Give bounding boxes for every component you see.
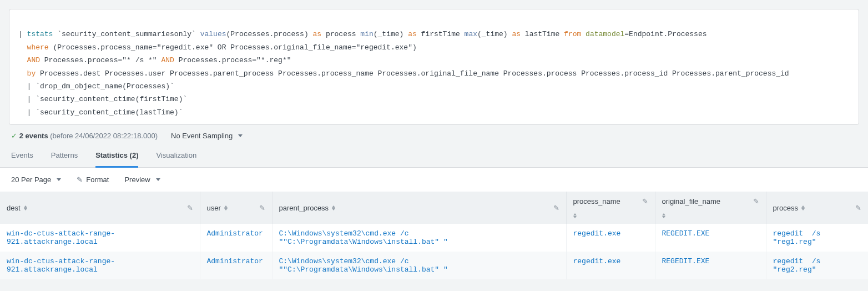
per-page-dropdown[interactable]: 20 Per Page (11, 175, 61, 184)
column-header-process[interactable]: process (766, 192, 868, 224)
per-page-label: 20 Per Page (11, 175, 51, 184)
spl-line-5: | `drop_dm_object_name(Processes)` (27, 82, 174, 91)
sort-icon (801, 205, 805, 210)
spl-line-4: by Processes.dest Processes.user Process… (27, 69, 789, 78)
search-query-editor[interactable]: | tstats `security_content_summariesonly… (9, 9, 859, 125)
event-count-status: ✓ 2 events (before 24/06/2022 08:22:18.0… (11, 132, 158, 140)
result-tabs: Events Patterns Statistics (2) Visualiza… (0, 146, 868, 168)
tab-patterns[interactable]: Patterns (51, 146, 78, 167)
table-row[interactable]: win-dc-ctus-attack-range-921.attackrange… (0, 224, 868, 252)
column-label: parent_process (279, 204, 329, 212)
sort-icon (573, 213, 577, 218)
pencil-icon[interactable] (855, 204, 861, 212)
cell-dest[interactable]: win-dc-ctus-attack-range-921.attackrange… (0, 224, 200, 252)
tab-visualization[interactable]: Visualization (156, 146, 196, 167)
pencil-icon[interactable] (642, 197, 648, 205)
sort-icon (662, 213, 665, 218)
cell-user[interactable]: Administrator (200, 252, 272, 279)
status-bar: ✓ 2 events (before 24/06/2022 08:22:18.0… (0, 125, 868, 146)
column-header-original-file-name[interactable]: original_file_name (655, 192, 766, 224)
sort-icon (224, 205, 228, 210)
results-table: dest user parent_pro (0, 192, 868, 279)
cell-original-file-name[interactable]: REGEDIT.EXE (655, 252, 766, 279)
sort-icon (332, 205, 335, 210)
spl-line-6: | `security_content_ctime(firstTime)` (27, 95, 188, 103)
pencil-icon[interactable] (553, 204, 559, 212)
table-row[interactable]: win-dc-ctus-attack-range-921.attackrange… (0, 252, 868, 279)
column-label: process (773, 204, 799, 212)
results-body: win-dc-ctus-attack-range-921.attackrange… (0, 224, 868, 279)
tab-statistics[interactable]: Statistics (2) (95, 146, 138, 168)
column-header-process-name[interactable]: process_name (566, 192, 655, 224)
format-button[interactable]: Format (77, 175, 109, 184)
event-time-range: (before 24/06/2022 08:22:18.000) (48, 132, 158, 140)
column-label: user (207, 204, 221, 212)
preview-dropdown[interactable]: Preview (124, 175, 160, 184)
cell-original-file-name[interactable]: REGEDIT.EXE (655, 224, 766, 252)
pencil-icon[interactable] (259, 204, 265, 212)
chevron-down-icon (156, 178, 160, 181)
preview-label: Preview (124, 175, 150, 184)
event-sampling-dropdown[interactable]: No Event Sampling (171, 132, 243, 140)
column-header-user[interactable]: user (200, 192, 272, 224)
cell-user[interactable]: Administrator (200, 224, 272, 252)
cell-parent-process[interactable]: C:\Windows\system32\cmd.exe /c ""C:\Prog… (272, 224, 566, 252)
column-label: dest (7, 204, 21, 212)
pencil-icon (77, 175, 83, 184)
tab-events[interactable]: Events (11, 146, 33, 167)
format-label: Format (86, 175, 109, 184)
cell-parent-process[interactable]: C:\Windows\system32\cmd.exe /c ""C:\Prog… (272, 252, 566, 279)
chevron-down-icon (238, 134, 243, 137)
cell-dest[interactable]: win-dc-ctus-attack-range-921.attackrange… (0, 252, 200, 279)
spl-line-1: | tstats `security_content_summariesonly… (18, 30, 707, 38)
cell-process-name[interactable]: regedit.exe (566, 224, 655, 252)
chevron-down-icon (57, 178, 61, 181)
spl-line-7: | `security_content_ctime(lastTime)` (27, 108, 183, 117)
sort-icon (24, 205, 27, 210)
cell-process[interactable]: regedit /s "reg2.reg" (766, 252, 868, 279)
spl-line-2: where (Processes.process_name="regedit.e… (27, 43, 417, 52)
pencil-icon[interactable] (753, 197, 759, 205)
table-controls: 20 Per Page Format Preview (0, 168, 868, 192)
column-header-parent-process[interactable]: parent_process (272, 192, 566, 224)
column-label: original_file_name (662, 197, 721, 205)
spl-line-3: AND Processes.process="* /s *" AND Proce… (27, 56, 291, 64)
check-icon: ✓ (11, 132, 17, 140)
cell-process-name[interactable]: regedit.exe (566, 252, 655, 279)
column-label: process_name (573, 197, 620, 205)
event-sampling-label: No Event Sampling (171, 132, 233, 140)
event-count: 2 events (19, 132, 48, 140)
column-header-dest[interactable]: dest (0, 192, 200, 224)
cell-process[interactable]: regedit /s "reg1.reg" (766, 224, 868, 252)
pencil-icon[interactable] (187, 204, 193, 212)
